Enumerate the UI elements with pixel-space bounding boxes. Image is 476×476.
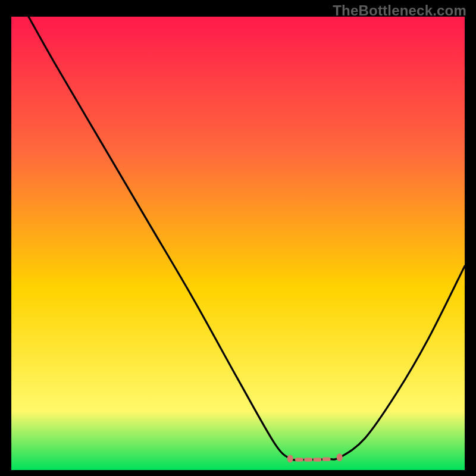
marker-point: [337, 453, 343, 461]
marker-point: [287, 455, 293, 462]
marker-point: [322, 457, 331, 461]
chart-frame: [11, 17, 465, 470]
marker-point: [295, 458, 303, 462]
bottleneck-chart: [11, 17, 465, 470]
gradient-bg: [11, 17, 465, 470]
marker-point: [304, 458, 312, 462]
marker-point: [313, 458, 321, 462]
